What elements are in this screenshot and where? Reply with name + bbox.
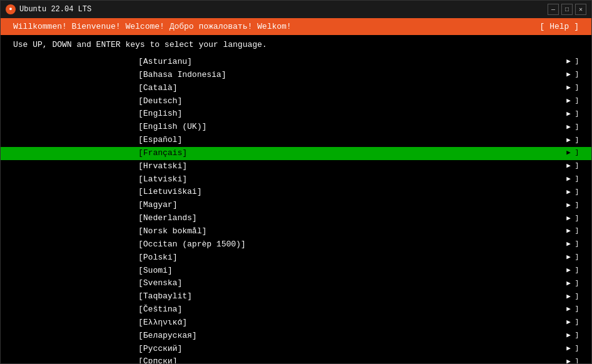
language-name: Taqbaylit bbox=[143, 291, 187, 303]
language-name: Lietuviškai bbox=[143, 186, 197, 198]
chevron-right-icon: ▶ ] bbox=[566, 279, 579, 289]
chevron-right-icon: ▶ ] bbox=[566, 83, 579, 93]
chevron-right-icon: ▶ ] bbox=[566, 357, 579, 363]
chevron-right-icon: ▶ ] bbox=[566, 292, 579, 302]
list-item[interactable]: [ Српски ]▶ ] bbox=[1, 355, 591, 363]
language-name: Ελληνικά bbox=[143, 317, 182, 329]
language-name: Català bbox=[143, 83, 173, 94]
language-name: English (UK) bbox=[143, 121, 202, 133]
chevron-right-icon: ▶ ] bbox=[566, 331, 579, 341]
language-name: Hrvatski bbox=[143, 161, 182, 173]
chevron-right-icon: ▶ ] bbox=[566, 344, 579, 354]
list-item[interactable]: [ Latviski ]▶ ] bbox=[1, 173, 591, 186]
language-name: Deutsch bbox=[143, 96, 178, 108]
language-name: Nederlands bbox=[143, 213, 192, 225]
chevron-right-icon: ▶ ] bbox=[566, 123, 579, 133]
help-button[interactable]: [ Help ] bbox=[540, 22, 579, 31]
chevron-right-icon: ▶ ] bbox=[566, 214, 579, 224]
language-name: Magyar bbox=[143, 200, 173, 211]
list-item[interactable]: [ Suomi ]▶ ] bbox=[1, 265, 591, 278]
list-item[interactable]: [ Deutsch ]▶ ] bbox=[1, 95, 591, 108]
list-item[interactable]: [ Nederlands ]▶ ] bbox=[1, 212, 591, 225]
list-item[interactable]: [ Hrvatski ]▶ ] bbox=[1, 160, 591, 173]
title-controls: — □ ✕ bbox=[548, 4, 586, 15]
list-item[interactable]: [ Français ]▶ ] bbox=[1, 147, 591, 160]
language-name: Bahasa Indonesia bbox=[143, 69, 222, 81]
chevron-right-icon: ▶ ] bbox=[566, 240, 579, 250]
language-name: Suomi bbox=[143, 265, 168, 277]
maximize-button[interactable]: □ bbox=[561, 4, 573, 15]
chevron-right-icon: ▶ ] bbox=[566, 226, 579, 236]
window-title: Ubuntu 22.04 LTS bbox=[19, 5, 91, 14]
list-item[interactable]: [ Lietuviškai ]▶ ] bbox=[1, 186, 591, 199]
chevron-right-icon: ▶ ] bbox=[566, 70, 579, 80]
chevron-right-icon: ▶ ] bbox=[566, 136, 579, 146]
banner: Willkommen! Bienvenue! Welcome! Добро по… bbox=[1, 18, 591, 35]
language-name: Svenska bbox=[143, 278, 178, 290]
language-name: Čeština bbox=[143, 304, 178, 316]
chevron-right-icon: ▶ ] bbox=[566, 305, 579, 315]
minimize-button[interactable]: — bbox=[548, 4, 559, 15]
list-item[interactable]: [ Беларуская ]▶ ] bbox=[1, 330, 591, 343]
chevron-right-icon: ▶ ] bbox=[566, 253, 579, 263]
language-list: [ Asturianu ]▶ ][ Bahasa Indonesia ]▶ ][… bbox=[1, 54, 591, 363]
list-item[interactable]: [ Norsk bokmål ]▶ ] bbox=[1, 225, 591, 238]
chevron-right-icon: ▶ ] bbox=[566, 96, 579, 106]
list-item[interactable]: [ English ]▶ ] bbox=[1, 108, 591, 121]
list-item[interactable]: [ Ελληνικά ]▶ ] bbox=[1, 316, 591, 330]
chevron-right-icon: ▶ ] bbox=[566, 188, 579, 198]
list-item[interactable]: [ Occitan (aprèp 1500) ]▶ ] bbox=[1, 238, 591, 251]
title-left: ● Ubuntu 22.04 LTS bbox=[6, 4, 91, 14]
list-item[interactable]: [ Svenska ]▶ ] bbox=[1, 277, 591, 290]
chevron-right-icon: ▶ ] bbox=[566, 148, 579, 158]
chevron-right-icon: ▶ ] bbox=[566, 174, 579, 185]
list-item[interactable]: [ Polski ]▶ ] bbox=[1, 251, 591, 265]
close-button[interactable]: ✕ bbox=[575, 4, 586, 15]
ubuntu-icon: ● bbox=[6, 4, 16, 14]
language-name: Русский bbox=[143, 343, 178, 355]
instruction-text: Use UP, DOWN and ENTER keys to select yo… bbox=[1, 35, 591, 54]
language-name: Српски bbox=[143, 356, 173, 363]
content: Use UP, DOWN and ENTER keys to select yo… bbox=[1, 35, 591, 363]
language-name: Беларуская bbox=[143, 330, 192, 342]
banner-text: Willkommen! Bienvenue! Welcome! Добро по… bbox=[13, 22, 292, 31]
language-name: English bbox=[143, 108, 178, 120]
language-name: Latviski bbox=[143, 174, 182, 186]
title-bar: ● Ubuntu 22.04 LTS — □ ✕ bbox=[1, 1, 591, 18]
list-item[interactable]: [ Bahasa Indonesia ]▶ ] bbox=[1, 69, 591, 82]
list-item[interactable]: [ Taqbaylit ]▶ ] bbox=[1, 290, 591, 303]
language-name: Polski bbox=[143, 252, 173, 264]
window: ● Ubuntu 22.04 LTS — □ ✕ Willkommen! Bie… bbox=[0, 0, 592, 364]
list-item[interactable]: [ English (UK) ]▶ ] bbox=[1, 121, 591, 134]
chevron-right-icon: ▶ ] bbox=[566, 109, 579, 119]
chevron-right-icon: ▶ ] bbox=[566, 318, 579, 328]
list-item[interactable]: [ Español ]▶ ] bbox=[1, 134, 591, 147]
list-item[interactable]: [ Asturianu ]▶ ] bbox=[1, 56, 591, 69]
chevron-right-icon: ▶ ] bbox=[566, 161, 579, 171]
list-item[interactable]: [ Català ]▶ ] bbox=[1, 82, 591, 95]
language-name: Español bbox=[143, 134, 178, 146]
list-item[interactable]: [ Čeština ]▶ ] bbox=[1, 303, 591, 316]
language-name: Norsk bokmål bbox=[143, 226, 202, 238]
language-name: Asturianu bbox=[143, 56, 187, 68]
language-name: Occitan (aprèp 1500) bbox=[143, 239, 241, 251]
language-name: Français bbox=[143, 148, 182, 159]
list-item[interactable]: [ Русский ]▶ ] bbox=[1, 343, 591, 356]
list-item[interactable]: [ Magyar ]▶ ] bbox=[1, 199, 591, 212]
chevron-right-icon: ▶ ] bbox=[566, 266, 579, 276]
chevron-right-icon: ▶ ] bbox=[566, 201, 579, 211]
chevron-right-icon: ▶ ] bbox=[566, 57, 579, 67]
